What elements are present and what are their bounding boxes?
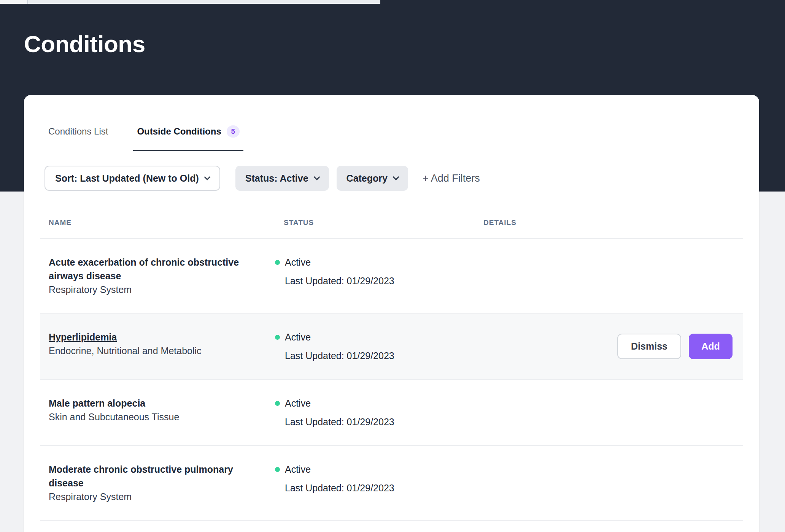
top-strip: [0, 0, 380, 4]
status-label: Active: [285, 396, 311, 410]
screen: Conditions Conditions List Outside Condi…: [0, 0, 785, 532]
add-button[interactable]: Add: [689, 334, 733, 359]
condition-name[interactable]: Hyperlipidemia: [49, 330, 260, 344]
last-updated: Last Updated: 01/29/2023: [285, 481, 475, 495]
category-filter-dropdown[interactable]: Category: [337, 166, 408, 191]
table-row[interactable]: Osteoarthritis of hip Active: [40, 520, 743, 532]
sort-dropdown-label: Sort: Last Updated (New to Old): [55, 173, 199, 184]
name-cell: Moderate chronic obstructive pulmonary d…: [49, 462, 275, 504]
chevron-down-icon: [204, 174, 210, 180]
table-row[interactable]: Male pattern alopecia Skin and Subcutane…: [40, 379, 743, 445]
name-cell: Male pattern alopecia Skin and Subcutane…: [49, 396, 275, 424]
condition-category: Skin and Subcutaneous Tissue: [49, 410, 260, 424]
name-cell: Acute exacerbation of chronic obstructiv…: [49, 255, 275, 296]
status-cell: Active Last Updated: 01/29/2023: [275, 330, 475, 363]
status-cell: Active Last Updated: 01/29/2023: [275, 255, 475, 288]
column-header-status: STATUS: [284, 218, 483, 227]
dismiss-button[interactable]: Dismiss: [617, 334, 681, 359]
condition-name[interactable]: Moderate chronic obstructive pulmonary d…: [49, 462, 260, 490]
tab-count-badge: 5: [227, 125, 240, 138]
conditions-card: Conditions List Outside Conditions 5 Sor…: [24, 95, 759, 532]
condition-category: Respiratory System: [49, 490, 260, 504]
sort-dropdown[interactable]: Sort: Last Updated (New to Old): [44, 166, 220, 191]
page-title: Conditions: [24, 30, 145, 57]
row-actions: DismissAdd: [617, 334, 733, 359]
status-line: Active: [275, 462, 311, 476]
chevron-down-icon: [313, 174, 320, 180]
chevron-down-icon: [392, 174, 399, 180]
column-header-details: DETAILS: [483, 218, 743, 227]
status-dot-icon: [275, 401, 280, 406]
table-body: Acute exacerbation of chronic obstructiv…: [40, 238, 743, 532]
status-label: Active: [285, 330, 311, 344]
category-filter-label: Category: [346, 173, 388, 184]
status-label: Active: [285, 255, 311, 269]
table-row[interactable]: Moderate chronic obstructive pulmonary d…: [40, 445, 743, 520]
tab-label: Conditions List: [48, 126, 108, 137]
tab-outside-conditions[interactable]: Outside Conditions 5: [133, 125, 243, 151]
table-row[interactable]: Hyperlipidemia Endocrine, Nutritional an…: [40, 313, 743, 379]
last-updated: Last Updated: 01/29/2023: [285, 274, 475, 288]
status-dot-icon: [275, 335, 280, 340]
column-header-name: NAME: [49, 218, 284, 227]
condition-category: Respiratory System: [49, 283, 260, 296]
conditions-table: NAME STATUS DETAILS Acute exacerbation o…: [40, 207, 743, 532]
name-cell: Hyperlipidemia Endocrine, Nutritional an…: [49, 330, 275, 358]
status-line: Active: [275, 396, 311, 410]
table-row[interactable]: Acute exacerbation of chronic obstructiv…: [40, 238, 743, 313]
condition-category: Endocrine, Nutritional and Metabolic: [49, 344, 260, 358]
status-label: Active: [285, 462, 311, 476]
last-updated: Last Updated: 01/29/2023: [285, 349, 475, 363]
tabs-wrap: Conditions List Outside Conditions 5: [24, 95, 759, 151]
status-filter-dropdown[interactable]: Status: Active: [235, 166, 329, 191]
add-filters-button[interactable]: + Add Filters: [423, 173, 480, 184]
status-filter-label: Status: Active: [245, 173, 308, 184]
tabs: Conditions List Outside Conditions 5: [44, 125, 243, 151]
condition-name[interactable]: Acute exacerbation of chronic obstructiv…: [49, 255, 260, 283]
status-cell: Active Last Updated: 01/29/2023: [275, 396, 475, 429]
top-strip-divider: [27, 0, 28, 4]
status-dot-icon: [275, 467, 280, 472]
table-header: NAME STATUS DETAILS: [40, 207, 743, 238]
top-strip-segment: [0, 0, 27, 4]
status-cell: Active Last Updated: 01/29/2023: [275, 462, 475, 495]
status-line: Active: [275, 330, 311, 344]
filter-bar: Sort: Last Updated (New to Old) Status: …: [44, 166, 739, 191]
status-dot-icon: [275, 260, 280, 265]
condition-name[interactable]: Male pattern alopecia: [49, 396, 260, 410]
status-line: Active: [275, 255, 311, 269]
last-updated: Last Updated: 01/29/2023: [285, 415, 475, 429]
tab-label: Outside Conditions: [137, 126, 221, 137]
tab-conditions-list[interactable]: Conditions List: [44, 125, 112, 151]
